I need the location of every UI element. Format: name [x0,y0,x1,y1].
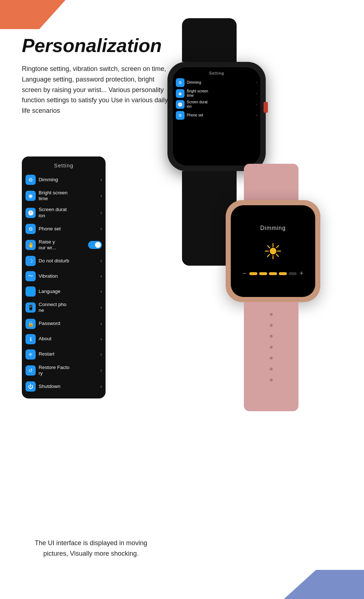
panel-item-label-1: Bright screen time [39,190,98,202]
panel-item-label-2: Screen durat ion [39,207,98,218]
panel-item-7: 🌐Language› [22,284,106,299]
panel-item-8: 📱Connect pho ne› [22,299,106,316]
panel-item-icon-12: ↺ [25,365,36,376]
watch-menu-arrow-3: › [256,114,257,117]
corner-decoration-bottom [284,570,364,599]
watch-menu-arrow-1: › [256,92,257,95]
watch-menu-icon-0: ⚙ [176,78,185,87]
watch-black-body: Setting ⚙Dimming›◉Bright screen time›🕐Sc… [167,62,266,171]
brightness-minus: − [242,270,246,277]
panel-item-label-10: About [39,336,98,342]
band-hole-1 [270,313,273,316]
brightness-dot-2 [259,272,267,275]
brightness-dot-1 [249,272,257,275]
watch-black-screen: Setting ⚙Dimming›◉Bright screen time›🕐Sc… [173,67,260,166]
band-hole-7 [270,378,273,381]
watch-menu-label-2: Screen durat ion [187,100,254,109]
panel-item-arrow-10: › [100,337,102,342]
panel-item-arrow-3: › [100,226,102,231]
panel-item-arrow-6: › [100,274,102,279]
panel-item-10: ℹAbout› [22,332,106,347]
setting-panel: Setting ⚙Dimming›◉Bright screen time›🕐Sc… [22,156,106,398]
panel-item-label-11: Restart [39,351,98,357]
panel-item-label-3: Phone set [39,226,98,232]
panel-item-arrow-2: › [100,210,102,215]
band-hole-3 [270,335,273,338]
brightness-plus: + [300,270,304,277]
panel-item-icon-13: ⏻ [25,381,36,392]
sun-icon: ☀ [263,239,283,264]
panel-title: Setting [22,161,106,172]
panel-item-icon-2: 🕐 [25,208,36,218]
watch-pink-body: Dimming ☀ − + [226,200,320,302]
panel-item-11: ✳Restart› [22,347,106,362]
band-hole-4 [270,346,273,349]
watch-menu-arrow-2: › [256,103,257,106]
panel-item-icon-11: ✳ [25,349,36,360]
panel-item-icon-6: 〜 [25,271,36,281]
panel-item-label-12: Restore Facto ry [39,365,98,376]
watch-crown [264,102,268,113]
watch-menu-icon-2: 🕐 [176,100,185,109]
panel-item-icon-10: ℹ [25,334,36,344]
watch-pink: Dimming ☀ − + [218,186,342,397]
panel-item-icon-7: 🌐 [25,286,36,297]
panel-item-label-7: Language [39,289,98,294]
corner-decoration-top [0,0,66,29]
panel-item-0: ⚙Dimming› [22,172,106,187]
panel-item-toggle-4[interactable] [88,241,102,249]
panel-item-icon-1: ◉ [25,191,36,201]
panel-item-arrow-0: › [100,177,102,182]
panel-item-12: ↺Restore Facto ry› [22,362,106,379]
watch-menu-label-3: Phone set [187,113,254,118]
bottom-text: The UI interface is displayed in moving … [22,538,160,559]
brightness-bar: − + [242,270,303,277]
watch-band-top-black [182,18,237,62]
brightness-dot-5 [289,272,297,275]
dimming-title: Dimming [260,225,286,231]
watch-menu-item-3: ⚙Phone set› [176,111,257,120]
panel-item-label-4: Raise y our wr... [39,239,85,251]
panel-item-3: ⚙Phone set› [22,221,106,237]
panel-item-label-8: Connect pho ne [39,302,98,313]
watch-menu-item-1: ◉Bright screen time› [176,89,257,98]
watches-area: Setting ⚙Dimming›◉Bright screen time›🕐Sc… [138,47,357,375]
watch-menu-label-0: Dimming [187,80,254,85]
panel-item-icon-5: ☽ [25,256,36,266]
panel-item-label-5: Do not disturb [39,258,98,264]
panel-item-label-13: Shutdown [39,384,98,389]
panel-item-label-0: Dimming [39,177,98,183]
panel-item-arrow-9: › [100,321,102,326]
panel-item-icon-0: ⚙ [25,175,36,185]
brightness-dot-4 [279,272,287,275]
band-hole-5 [270,357,273,360]
panel-item-arrow-13: › [100,384,102,389]
panel-item-label-9: Password [39,321,98,326]
watch-menu-item-2: 🕐Screen durat ion› [176,100,257,109]
brightness-dot-3 [269,272,277,275]
watch-screen-title: Setting [176,71,257,75]
panel-item-icon-4: 🤚 [25,240,36,250]
panel-item-arrow-7: › [100,289,102,294]
watch-menu-label-1: Bright screen time [187,89,254,98]
band-holes [270,313,273,381]
watch-menu-arrow-0: › [256,81,257,84]
watch-pink-band-top [244,164,298,200]
panel-item-arrow-5: › [100,258,102,263]
panel-item-icon-8: 📱 [25,302,36,313]
panel-item-arrow-11: › [100,352,102,357]
panel-item-icon-3: ⚙ [25,224,36,234]
panel-item-4: 🤚Raise y our wr... [22,237,106,253]
watch-pink-band-bottom [244,302,298,411]
panel-item-2: 🕐Screen durat ion› [22,204,106,221]
watch-menu-icon-3: ⚙ [176,111,185,120]
panel-item-5: ☽Do not disturb› [22,253,106,269]
band-hole-2 [270,324,273,327]
panel-item-6: 〜Vibration› [22,269,106,284]
watch-menu-item-0: ⚙Dimming› [176,78,257,87]
panel-item-icon-9: 🔒 [25,319,36,329]
panel-item-label-6: Vibration [39,273,98,279]
panel-item-13: ⏻Shutdown› [22,379,106,394]
panel-item-1: ◉Bright screen time› [22,187,106,204]
panel-item-arrow-12: › [100,368,102,373]
